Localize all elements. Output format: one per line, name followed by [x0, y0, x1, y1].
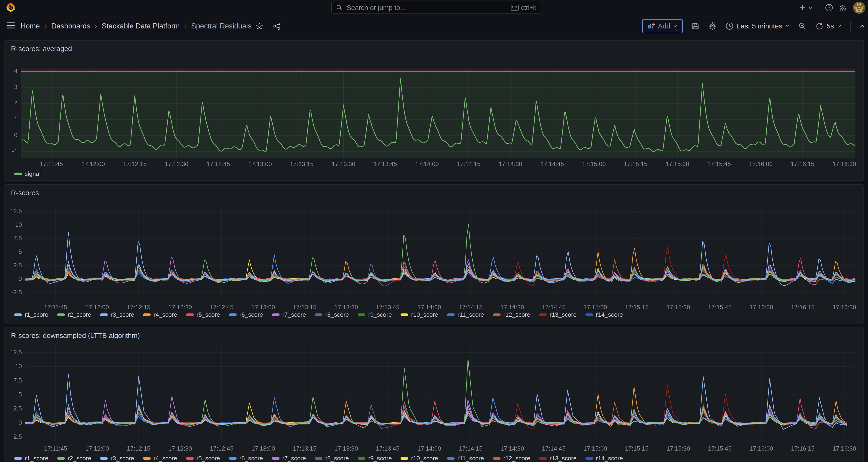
- legend-item-r13_score[interactable]: r13_score: [539, 311, 577, 318]
- legend-series-marker: [186, 457, 194, 460]
- panel-rscores-averaged: R-scores: averaged signal: [4, 40, 864, 181]
- legend-series-marker: [143, 457, 151, 460]
- rscores-averaged-chart-canvas[interactable]: [5, 56, 863, 168]
- legend-item-r6_score[interactable]: r6_score: [229, 311, 263, 318]
- panel-title[interactable]: R-scores: averaged: [11, 45, 72, 53]
- panel-title[interactable]: R-scores: [11, 189, 39, 197]
- search-input[interactable]: Search or jump to... ctrl+k: [331, 2, 541, 13]
- legend-series-marker: [401, 457, 408, 460]
- legend-item-r3_score[interactable]: r3_score: [100, 311, 134, 318]
- legend-series-label: r7_score: [282, 311, 306, 318]
- breadcrumb-home[interactable]: Home: [21, 22, 40, 30]
- dashboard-toolbar: Home › Dashboards › Stackable Data Platf…: [0, 16, 868, 36]
- legend: signal: [14, 170, 50, 178]
- keyboard-icon: [511, 5, 519, 11]
- legend: r1_scorer2_scorer3_scorer4_scorer5_score…: [14, 311, 632, 318]
- legend-series-label: r4_score: [153, 455, 177, 462]
- new-item-button[interactable]: [799, 4, 812, 11]
- legend-item-r14_score[interactable]: r14_score: [585, 311, 623, 318]
- legend-series-marker: [229, 457, 237, 460]
- collapse-toolbar-icon[interactable]: [860, 24, 865, 28]
- legend-item-r7_score[interactable]: r7_score: [272, 455, 306, 462]
- legend-series-marker: [358, 313, 365, 316]
- legend-item-r14_score[interactable]: r14_score: [585, 455, 623, 462]
- menu-toggle-icon[interactable]: [6, 22, 15, 29]
- legend-series-marker: [14, 457, 22, 460]
- breadcrumb-dashboards[interactable]: Dashboards: [51, 22, 90, 30]
- legend-series-marker: [447, 313, 455, 316]
- toolbar-divider: [850, 22, 851, 31]
- grafana-logo-icon[interactable]: [6, 2, 16, 13]
- add-panel-button[interactable]: Add: [642, 19, 683, 33]
- breadcrumb-folder[interactable]: Stackable Data Platform: [102, 22, 180, 30]
- help-icon[interactable]: [825, 4, 833, 12]
- legend-item-r1_score[interactable]: r1_score: [14, 311, 48, 318]
- legend-item-r5_score[interactable]: r5_score: [186, 455, 220, 462]
- legend-series-marker: [447, 457, 455, 460]
- legend-item-r4_score[interactable]: r4_score: [143, 311, 177, 318]
- time-range-picker[interactable]: Last 5 minutes: [725, 22, 790, 30]
- legend-series-label: r8_score: [325, 311, 349, 318]
- legend-item-r8_score[interactable]: r8_score: [315, 311, 349, 318]
- legend-series-marker: [272, 313, 280, 316]
- legend-series-label: r3_score: [111, 311, 134, 318]
- favorite-star-icon[interactable]: [255, 22, 264, 30]
- legend-series-label: r5_score: [196, 455, 220, 462]
- panel-title[interactable]: R-scores: downsampled (LTTB algorithm): [11, 332, 140, 340]
- legend-series-marker: [186, 313, 194, 316]
- legend-series-marker: [272, 457, 280, 460]
- legend-item-r3_score[interactable]: r3_score: [100, 455, 134, 462]
- legend-item-r2_score[interactable]: r2_score: [57, 455, 91, 462]
- legend-series-label: r13_score: [550, 311, 577, 318]
- zoom-out-time-icon[interactable]: [799, 22, 806, 30]
- legend-item-r12_score[interactable]: r12_score: [493, 311, 530, 318]
- legend-series-label: r1_score: [25, 455, 48, 462]
- legend-series-label: r13_score: [550, 455, 577, 462]
- legend-item-r13_score[interactable]: r13_score: [539, 455, 577, 462]
- legend-item-r2_score[interactable]: r2_score: [57, 311, 91, 318]
- legend-series-marker: [358, 457, 365, 460]
- legend-item-r10_score[interactable]: r10_score: [401, 311, 438, 318]
- search-icon: [336, 4, 343, 11]
- legend-item-r7_score[interactable]: r7_score: [272, 311, 306, 318]
- legend-series-marker: [100, 457, 108, 460]
- legend-series-label: r6_score: [240, 455, 263, 462]
- legend-item-signal[interactable]: signal: [14, 170, 40, 178]
- legend-series-label: r14_score: [596, 455, 623, 462]
- legend-series-marker: [229, 313, 237, 316]
- news-icon[interactable]: [839, 4, 847, 12]
- legend-item-r11_score[interactable]: r11_score: [447, 455, 484, 462]
- refresh-picker[interactable]: 5s: [815, 22, 841, 30]
- legend-item-r1_score[interactable]: r1_score: [14, 455, 48, 462]
- save-dashboard-icon[interactable]: [691, 22, 700, 30]
- legend-item-r9_score[interactable]: r9_score: [358, 311, 392, 318]
- legend-item-r5_score[interactable]: r5_score: [186, 311, 220, 318]
- legend-series-label: r9_score: [368, 311, 392, 318]
- rscores-chart-canvas[interactable]: [5, 200, 863, 310]
- legend-series-label: r14_score: [596, 311, 623, 318]
- legend-item-r8_score[interactable]: r8_score: [315, 455, 349, 462]
- legend-item-r12_score[interactable]: r12_score: [493, 455, 530, 462]
- breadcrumb-separator: ›: [44, 22, 46, 30]
- legend-series-label: r5_score: [196, 311, 220, 318]
- refresh-interval-label: 5s: [827, 22, 834, 30]
- legend-series-label: r12_score: [503, 311, 530, 318]
- legend-item-r9_score[interactable]: r9_score: [358, 455, 392, 462]
- legend-series-marker: [585, 457, 593, 460]
- legend-series-marker: [14, 173, 22, 175]
- share-icon[interactable]: [273, 22, 281, 30]
- legend-item-r4_score[interactable]: r4_score: [143, 455, 177, 462]
- legend-item-r11_score[interactable]: r11_score: [447, 311, 484, 318]
- user-avatar[interactable]: [853, 2, 865, 14]
- legend-series-label: r12_score: [503, 455, 530, 462]
- add-panel-icon: [648, 22, 655, 30]
- legend-item-r10_score[interactable]: r10_score: [401, 455, 438, 462]
- rscores-downsampled-chart-canvas[interactable]: [5, 343, 863, 453]
- legend-series-marker: [14, 313, 22, 316]
- legend-series-marker: [493, 313, 501, 316]
- legend-item-r6_score[interactable]: r6_score: [229, 455, 263, 462]
- legend-series-label: signal: [25, 170, 40, 178]
- legend-series-label: r2_score: [68, 311, 91, 318]
- dashboard-settings-icon[interactable]: [708, 22, 717, 30]
- legend-series-marker: [585, 313, 593, 316]
